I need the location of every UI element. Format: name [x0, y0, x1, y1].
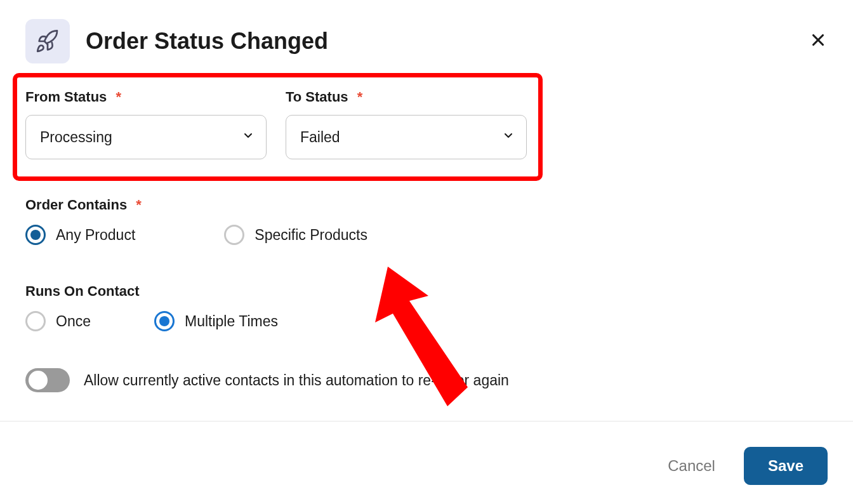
cancel-button[interactable]: Cancel: [668, 457, 715, 475]
allow-reenter-toggle[interactable]: [25, 368, 70, 392]
footer-divider: [0, 421, 853, 421]
to-status-value: Failed: [300, 129, 340, 146]
order-contains-label-text: Order Contains: [25, 197, 127, 213]
allow-reenter-row: Allow currently active contacts in this …: [25, 368, 509, 392]
header-left: Order Status Changed: [25, 19, 328, 63]
runs-on-contact-options: Once Multiple Times: [25, 311, 278, 331]
runs-on-contact-label-text: Runs On Contact: [25, 283, 140, 299]
status-select-row: From Status * Processing To Status * Fai…: [25, 89, 527, 159]
radio-indicator: [224, 225, 244, 245]
required-asterisk: *: [136, 197, 142, 213]
chevron-down-icon: [242, 129, 255, 146]
from-status-field: From Status * Processing: [25, 89, 286, 159]
radio-multiple-times[interactable]: Multiple Times: [154, 311, 278, 331]
rocket-icon: [25, 19, 70, 63]
from-status-select[interactable]: Processing: [25, 115, 267, 159]
required-asterisk: *: [357, 89, 363, 105]
radio-multiple-times-label: Multiple Times: [185, 313, 278, 330]
runs-on-contact-label: Runs On Contact: [25, 283, 278, 300]
dialog-order-status-changed: Order Status Changed From Status * Proce…: [0, 0, 853, 504]
radio-indicator: [25, 225, 46, 245]
radio-indicator: [25, 311, 46, 331]
radio-once[interactable]: Once: [25, 311, 91, 331]
to-status-label: To Status *: [286, 89, 527, 105]
order-contains-section: Order Contains * Any Product Specific Pr…: [25, 197, 367, 245]
order-contains-options: Any Product Specific Products: [25, 225, 367, 245]
runs-on-contact-section: Runs On Contact Once Multiple Times: [25, 283, 278, 331]
chevron-down-icon: [502, 129, 515, 146]
dialog-title: Order Status Changed: [86, 28, 328, 55]
order-contains-label: Order Contains *: [25, 197, 367, 213]
toggle-knob: [29, 371, 48, 390]
radio-indicator: [154, 311, 175, 331]
to-status-field: To Status * Failed: [286, 89, 527, 159]
to-status-select[interactable]: Failed: [286, 115, 527, 159]
radio-specific-products[interactable]: Specific Products: [224, 225, 367, 245]
dialog-header: Order Status Changed: [25, 19, 828, 63]
from-status-label: From Status *: [25, 89, 286, 105]
close-button[interactable]: [809, 30, 828, 52]
from-status-label-text: From Status: [25, 89, 107, 105]
from-status-value: Processing: [40, 129, 112, 146]
radio-specific-products-label: Specific Products: [255, 227, 367, 244]
to-status-label-text: To Status: [286, 89, 348, 105]
radio-once-label: Once: [56, 313, 91, 330]
dialog-footer: Cancel Save: [668, 447, 828, 485]
radio-any-product-label: Any Product: [56, 227, 135, 244]
allow-reenter-label: Allow currently active contacts in this …: [84, 372, 509, 389]
radio-any-product[interactable]: Any Product: [25, 225, 135, 245]
required-asterisk: *: [116, 89, 121, 105]
save-button[interactable]: Save: [744, 447, 828, 485]
